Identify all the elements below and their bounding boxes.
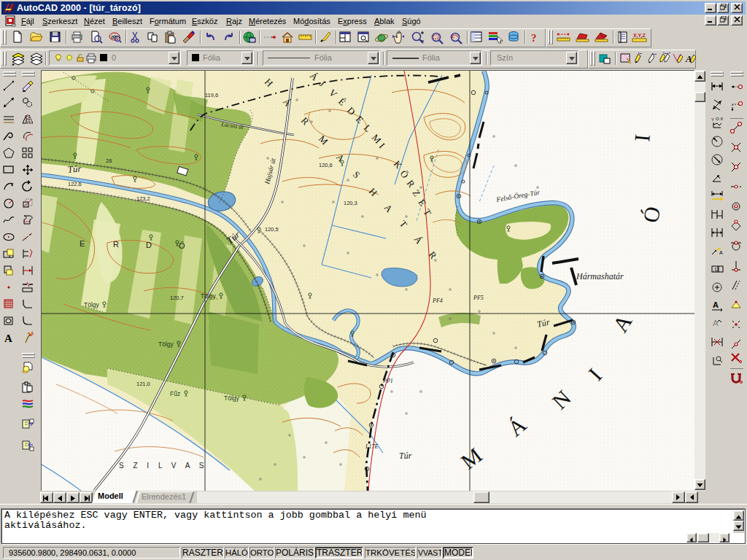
- svg-text:.1: .1: [713, 267, 717, 272]
- svg-text:Túr: Túr: [399, 451, 412, 461]
- svg-text:ab: ab: [111, 34, 117, 40]
- svg-text:122,6: 122,6: [68, 181, 82, 187]
- svg-text:L17E: L17E: [365, 443, 378, 450]
- svg-text:26: 26: [106, 158, 112, 164]
- svg-text:R: R: [113, 240, 119, 249]
- svg-text:Túr: Túr: [67, 163, 82, 175]
- svg-text:120,6: 120,6: [319, 162, 333, 168]
- svg-text:Tölgy: Tölgy: [158, 341, 174, 348]
- svg-text:A: A: [713, 300, 719, 309]
- svg-text:120,7: 120,7: [170, 295, 184, 301]
- svg-text:120,3: 120,3: [344, 200, 357, 206]
- svg-text:Fűz: Fűz: [170, 390, 180, 397]
- svg-text:123,2: 123,2: [136, 195, 150, 202]
- svg-text:121,0: 121,0: [136, 381, 150, 387]
- svg-text:A: A: [719, 250, 723, 255]
- svg-text:PF4: PF4: [432, 298, 443, 304]
- svg-text:O X: O X: [716, 117, 723, 121]
- svg-text:Tölgy: Tölgy: [84, 301, 100, 308]
- svg-text:X,Y,Z: X,Y,Z: [633, 33, 646, 39]
- svg-text:Tölgy: Tölgy: [224, 394, 240, 402]
- svg-text:Y: Y: [711, 117, 714, 122]
- svg-text:A: A: [4, 332, 12, 344]
- svg-text:Hármashatár: Hármashatár: [576, 271, 624, 281]
- svg-text:A: A: [713, 319, 719, 327]
- svg-text:119,6: 119,6: [205, 92, 218, 98]
- svg-text:120,5: 120,5: [265, 226, 279, 233]
- svg-text:Ő: Ő: [179, 241, 185, 250]
- svg-text:E: E: [80, 239, 85, 248]
- svg-text:S Z I L V A S: S Z I L V A S: [119, 462, 207, 470]
- svg-text:PP1: PP1: [382, 378, 393, 384]
- svg-text:Tölgy: Tölgy: [201, 292, 217, 300]
- svg-text:D: D: [146, 241, 152, 249]
- svg-text:PF5: PF5: [473, 295, 484, 301]
- svg-text:?: ?: [531, 32, 537, 44]
